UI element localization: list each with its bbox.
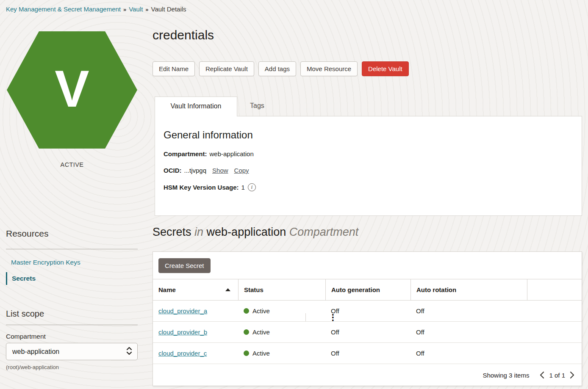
- secrets-table-header: Name Status Auto generation Auto rotatio…: [153, 279, 582, 301]
- breadcrumb-key-management[interactable]: Key Management & Secret Management: [6, 6, 121, 13]
- secrets-table-footer: Showing 3 items 1 of 1: [153, 364, 582, 386]
- list-scope-section: List scope Compartment: [6, 309, 138, 340]
- page-indicator: 1 of 1: [549, 372, 565, 379]
- auto-rotation-cell: Off: [410, 307, 527, 315]
- list-scope-heading: List scope: [6, 309, 138, 319]
- page-title: credentials: [153, 28, 214, 42]
- column-header-auto-rotation[interactable]: Auto rotation: [410, 279, 527, 300]
- secret-name-cell: cloud_provider_c: [153, 350, 238, 357]
- column-header-status[interactable]: Status: [238, 279, 325, 300]
- secrets-heading-compartment: web-application: [207, 226, 286, 238]
- compartment-path: (root)/web-application: [6, 364, 59, 370]
- auto-generation-cell: Off: [325, 350, 410, 357]
- move-resource-button[interactable]: Move Resource: [300, 61, 358, 76]
- showing-items-text: Showing 3 items: [483, 372, 529, 379]
- vault-information-panel: General information Compartment: web-app…: [155, 116, 582, 216]
- secret-status-cell: Active: [238, 328, 325, 336]
- ocid-value: ...tjvpgq: [184, 167, 207, 174]
- compartment-field-label: Compartment: [6, 333, 138, 340]
- secret-status-cell: Active: [238, 350, 325, 357]
- secrets-heading-prefix: Secrets: [153, 226, 191, 238]
- compartment-value: web-application: [210, 150, 254, 157]
- column-header-name-label: Name: [158, 286, 176, 293]
- status-active-dot-icon: [244, 308, 249, 314]
- breadcrumb-separator: »: [145, 6, 148, 13]
- compartment-row: Compartment: web-application: [164, 150, 582, 157]
- status-text: Active: [252, 350, 270, 357]
- compartment-select-value: web-application: [12, 348, 59, 356]
- secret-link[interactable]: cloud_provider_c: [158, 350, 207, 357]
- create-secret-button[interactable]: Create Secret: [158, 258, 211, 273]
- table-row: cloud_provider_c Active Off Off ⋮: [153, 343, 582, 364]
- auto-rotation-cell: Off: [410, 328, 527, 336]
- compartment-label: Compartment:: [164, 150, 207, 157]
- detail-tabs: Vault Information Tags: [155, 97, 277, 116]
- status-active-dot-icon: [244, 329, 249, 335]
- auto-rotation-cell: Off: [410, 350, 527, 357]
- secret-name-cell: cloud_provider_b: [153, 328, 238, 336]
- vault-hexagon-icon: V: [6, 31, 138, 149]
- vault-state-badge: ACTIVE: [6, 161, 138, 168]
- ocid-copy-link[interactable]: Copy: [234, 167, 249, 174]
- tab-tags[interactable]: Tags: [237, 97, 277, 116]
- sidebar-item-secrets[interactable]: Secrets: [6, 272, 138, 285]
- secrets-heading-suffix: Compartment: [289, 226, 359, 238]
- compartment-select[interactable]: web-application: [6, 343, 138, 360]
- secrets-section-heading: Secrets in web-application Compartment: [153, 226, 358, 239]
- breadcrumb-vault-details: Vault Details: [151, 6, 186, 13]
- auto-generation-cell: Off: [325, 328, 410, 336]
- hsm-usage-row: HSM Key Version Usage: 1 i: [164, 183, 582, 191]
- table-row: cloud_provider_b Active Off Off ⋮: [153, 322, 582, 343]
- resources-divider: [6, 249, 138, 249]
- sort-ascending-icon: [225, 288, 230, 291]
- secret-link[interactable]: cloud_provider_b: [158, 328, 207, 336]
- page-next-icon[interactable]: [569, 371, 575, 379]
- ocid-row: OCID: ...tjvpgq Show Copy: [164, 167, 582, 174]
- select-stepper-icon: [126, 346, 132, 357]
- replicate-vault-button[interactable]: Replicate Vault: [199, 61, 254, 76]
- status-active-dot-icon: [244, 350, 249, 356]
- info-icon[interactable]: i: [248, 183, 256, 191]
- breadcrumb-separator: »: [123, 6, 126, 13]
- sidebar-item-master-encryption-keys[interactable]: Master Encryption Keys: [6, 256, 138, 269]
- breadcrumb-vault[interactable]: Vault: [129, 6, 143, 13]
- vault-initial: V: [6, 31, 138, 149]
- breadcrumb: Key Management & Secret Management»Vault…: [6, 6, 186, 13]
- column-header-auto-generation[interactable]: Auto generation: [325, 279, 410, 300]
- list-scope-divider: [6, 325, 138, 325]
- delete-vault-button[interactable]: Delete Vault: [362, 61, 409, 76]
- vault-details-page: Key Management & Secret Management»Vault…: [0, 0, 588, 389]
- add-tags-button[interactable]: Add tags: [258, 61, 296, 76]
- resources-section: Resources Master Encryption Keys Secrets: [6, 229, 138, 285]
- page-previous-icon[interactable]: [539, 371, 545, 379]
- tab-vault-information[interactable]: Vault Information: [155, 97, 237, 116]
- status-text: Active: [252, 307, 270, 315]
- secrets-table-toolbar: Create Secret: [153, 252, 582, 279]
- table-row: cloud_provider_a Active Off Off ⋮: [153, 301, 582, 322]
- hsm-usage-value: 1: [241, 184, 245, 191]
- status-text: Active: [252, 328, 270, 336]
- hsm-usage-label: HSM Key Version Usage:: [164, 184, 239, 191]
- secret-name-cell: cloud_provider_a: [153, 307, 238, 315]
- secret-link[interactable]: cloud_provider_a: [158, 307, 207, 315]
- edit-name-button[interactable]: Edit Name: [153, 61, 195, 76]
- pagination: 1 of 1: [539, 371, 575, 379]
- column-header-name[interactable]: Name: [153, 279, 238, 300]
- resources-heading: Resources: [6, 229, 138, 239]
- column-header-actions: [527, 279, 582, 300]
- vault-action-buttons: Edit Name Replicate Vault Add tags Move …: [153, 61, 409, 76]
- ocid-show-link[interactable]: Show: [212, 167, 228, 174]
- row-actions-cell: ⋮: [305, 313, 360, 321]
- secrets-table-card: Create Secret Name Status Auto generatio…: [153, 251, 582, 386]
- kebab-menu-icon[interactable]: ⋮: [329, 313, 337, 321]
- secrets-heading-in: in: [194, 226, 203, 238]
- general-information-heading: General information: [164, 129, 582, 141]
- ocid-label: OCID:: [164, 167, 182, 174]
